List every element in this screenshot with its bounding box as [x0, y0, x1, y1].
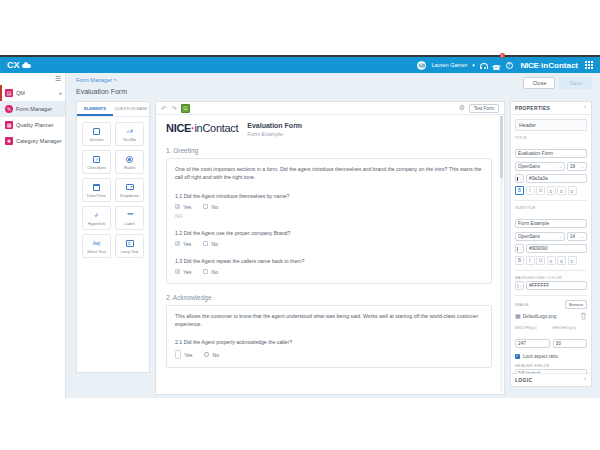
height-input[interactable]: [553, 339, 588, 348]
title-input[interactable]: [515, 149, 587, 158]
help-icon[interactable]: ?: [506, 62, 513, 69]
close-button[interactable]: Close: [523, 77, 555, 89]
align-right-button[interactable]: [568, 256, 577, 265]
element-tile-radio[interactable]: Radio: [115, 150, 144, 174]
test-form-button[interactable]: Test Form: [469, 104, 499, 113]
element-tile-checkbox[interactable]: Checkbox: [82, 150, 111, 174]
option-no[interactable]: No: [203, 204, 218, 210]
cx-logo-text: CX: [7, 60, 20, 70]
sidebar-item-category-manager[interactable]: ❖ Category Manager: [0, 133, 65, 149]
element-tile-section[interactable]: Section: [82, 122, 111, 146]
option-yes[interactable]: Yes: [175, 269, 191, 275]
image-file-icon: ▦: [515, 313, 521, 319]
align-left-button[interactable]: [547, 256, 556, 265]
question-text[interactable]: 2.1 Did the Agent properly acknowledge t…: [175, 339, 483, 345]
title-color-swatch[interactable]: ⌄: [515, 174, 524, 183]
checkbox-checked-icon[interactable]: [175, 204, 180, 209]
collapse-chevron-icon[interactable]: ⌃: [583, 105, 587, 111]
checkbox-icon[interactable]: [203, 269, 208, 274]
element-tile-shorttext[interactable]: Short Text: [82, 234, 111, 258]
element-tile-hyperlink[interactable]: Hyperlink: [82, 206, 111, 230]
option-no[interactable]: No: [203, 241, 218, 247]
width-label: WIDTH(px): [515, 325, 550, 330]
scrollbar-thumb[interactable]: [500, 116, 503, 178]
redo-icon[interactable]: ↷: [171, 105, 177, 112]
title-size-select[interactable]: 18⌄: [567, 162, 587, 171]
subtitle-input[interactable]: [515, 219, 587, 228]
bold-button[interactable]: B: [515, 256, 524, 265]
option-label: Yes: [183, 204, 191, 210]
avatar[interactable]: LG: [417, 61, 426, 70]
canvas-scrollbar[interactable]: [500, 116, 503, 392]
sidebar-item-quality-planner[interactable]: ▦ Quality Planner: [0, 117, 65, 133]
bold-button[interactable]: B: [515, 186, 524, 195]
lock-aspect-checkbox[interactable]: [515, 354, 520, 359]
browse-button[interactable]: Browse: [565, 300, 587, 309]
preview-agent-icon[interactable]: [181, 104, 190, 113]
align-left-button[interactable]: [547, 186, 556, 195]
width-input[interactable]: [515, 339, 550, 348]
logic-title: LOGIC: [515, 377, 532, 383]
section-heading[interactable]: 1. Greeting: [166, 147, 492, 154]
background-color-swatch[interactable]: ⌄: [515, 281, 524, 290]
checkbox-checked-icon[interactable]: [175, 241, 180, 246]
label-icon: [127, 211, 132, 220]
undo-icon[interactable]: ↶: [161, 105, 167, 112]
option-yes[interactable]: Yes: [175, 241, 191, 247]
section-heading[interactable]: 2. Acknowledge: [166, 294, 492, 301]
title-font-select[interactable]: OpenSans⌄: [515, 162, 565, 171]
underline-button[interactable]: U: [536, 186, 545, 195]
subtitle-font-select[interactable]: OpenSans⌄: [515, 232, 565, 241]
subtitle-color-swatch[interactable]: ⌄: [515, 244, 524, 253]
sidebar-collapse-button[interactable]: ☰: [0, 73, 65, 85]
trash-icon[interactable]: [580, 312, 587, 320]
breadcrumb-link[interactable]: Form Manager: [76, 77, 112, 83]
chevron-down-icon: ⌄: [520, 284, 523, 288]
option-no[interactable]: No: [204, 352, 219, 358]
subtitle-size-select[interactable]: 14⌄: [567, 232, 587, 241]
gear-icon[interactable]: ⚙: [459, 104, 465, 112]
chevron-down-icon[interactable]: ▾: [472, 62, 475, 68]
checkbox-icon[interactable]: [203, 241, 208, 246]
element-tile-datetime[interactable]: Date/Time: [82, 178, 111, 202]
underline-button[interactable]: U: [536, 256, 545, 265]
element-tile-label[interactable]: Label: [115, 206, 144, 230]
user-name[interactable]: Lauren Garner: [431, 62, 467, 68]
tab-elements[interactable]: ELEMENTS: [77, 102, 113, 116]
align-right-button[interactable]: [568, 186, 577, 195]
lock-aspect-label: Lock aspect ratio: [523, 354, 558, 359]
sidebar-item-form-manager[interactable]: ✎ Form Manager: [0, 101, 65, 117]
section-card[interactable]: This allows the customer to know that th…: [166, 305, 492, 369]
checkbox-checked-icon[interactable]: [175, 269, 180, 274]
tab-question-bank[interactable]: QUESTION BANK: [113, 102, 149, 116]
option-yes[interactable]: Yes: [175, 204, 191, 210]
headset-icon[interactable]: [480, 63, 487, 68]
subtitle-color-input[interactable]: [526, 244, 587, 253]
question-text[interactable]: 1.2 Did the Agent use the proper company…: [175, 230, 483, 236]
italic-button[interactable]: I: [526, 256, 535, 265]
form-header[interactable]: NICE·inContact Evaluation Form Form Exam…: [166, 122, 492, 137]
question-text[interactable]: 1.1 Did the Agent introduce themselves b…: [175, 193, 483, 199]
apps-grid-icon[interactable]: [585, 61, 593, 69]
align-center-button[interactable]: [557, 186, 566, 195]
option-yes[interactable]: Yes: [175, 350, 192, 359]
title-color-input[interactable]: [526, 174, 587, 183]
element-tile-longtext[interactable]: Long Text: [115, 234, 144, 258]
option-no[interactable]: No: [203, 269, 218, 275]
radio-selected-icon[interactable]: [175, 350, 181, 359]
question-text[interactable]: 1.3 Did the Agent repeat the callers nam…: [175, 258, 483, 264]
notifications[interactable]: ☎ 4: [492, 56, 501, 74]
save-button[interactable]: Save: [559, 77, 592, 89]
element-tile-dropdown[interactable]: Dropdown: [115, 178, 144, 202]
align-center-button[interactable]: [557, 256, 566, 265]
radio-icon[interactable]: [204, 352, 209, 357]
breadcrumb[interactable]: Form Manager >: [76, 77, 117, 83]
sidebar-item-qm[interactable]: ▤ QM ▸: [0, 85, 65, 101]
element-tile-yesno[interactable]: Yes/No: [115, 122, 144, 146]
section-card[interactable]: One of the most important sections in a …: [166, 158, 492, 284]
background-color-input[interactable]: [526, 281, 587, 290]
italic-button[interactable]: I: [526, 186, 535, 195]
option-label: Yes: [183, 269, 191, 275]
logic-section[interactable]: LOGIC ⌃: [511, 373, 591, 386]
checkbox-icon[interactable]: [203, 204, 208, 209]
